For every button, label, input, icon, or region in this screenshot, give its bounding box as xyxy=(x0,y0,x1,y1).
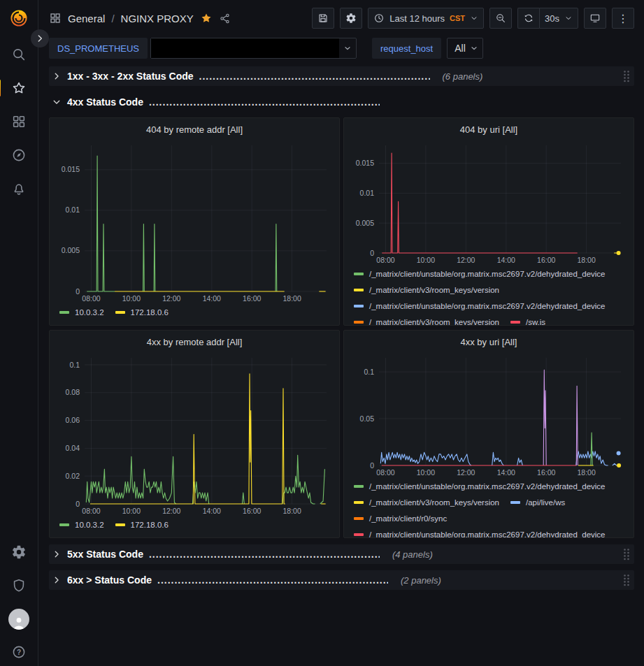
legend-item[interactable]: /_matrix/client/v3/room_keys/version xyxy=(354,286,499,294)
breadcrumb-separator: / xyxy=(111,13,114,24)
legend-swatch xyxy=(354,501,364,504)
row-drag-handle-icon[interactable] xyxy=(623,574,630,586)
svg-text:0.005: 0.005 xyxy=(62,246,80,254)
legend-item[interactable]: 10.0.3.2 xyxy=(59,308,104,317)
cycle-view-mode-button[interactable] xyxy=(584,8,606,29)
refresh-interval-dropdown[interactable]: 30s xyxy=(539,8,578,29)
legend-label: 10.0.3.2 xyxy=(75,308,104,317)
legend-swatch xyxy=(354,533,364,536)
time-picker-button[interactable]: Last 12 hours CST xyxy=(368,8,484,29)
row-title: 1xx - 3xx - 2xx Status Code xyxy=(67,71,194,82)
legend-item[interactable]: /_matrix/client/v3/room_keys/version xyxy=(354,498,499,507)
legend-row: /_matrix/client/v3/room_keys/version xyxy=(354,282,627,298)
svg-text:16:00: 16:00 xyxy=(537,256,555,264)
chart-canvas[interactable]: 08:0010:0012:0014:0016:0018:0000.020.040… xyxy=(57,352,332,516)
legend-label: 10.0.3.2 xyxy=(75,521,104,529)
legend-swatch xyxy=(115,523,125,526)
legend-item[interactable]: /_matrix/client/unstable/org.matrix.msc2… xyxy=(354,302,606,310)
favorite-star-icon[interactable] xyxy=(200,12,213,24)
svg-text:14:00: 14:00 xyxy=(497,468,515,477)
svg-text:0: 0 xyxy=(76,287,80,296)
chart-canvas[interactable]: 08:0010:0012:0014:0016:0018:0000.0050.01… xyxy=(351,140,627,266)
legend-row: /_matrix/client/unstable/org.matrix.msc2… xyxy=(354,478,627,494)
svg-text:12:00: 12:00 xyxy=(457,468,475,477)
sidebar-item-server-admin[interactable] xyxy=(5,572,33,600)
breadcrumb-section[interactable]: General xyxy=(68,13,105,24)
legend-label: /_matrix/client/v3/room_keys/version xyxy=(369,286,499,294)
datasource-value-redacted xyxy=(151,38,339,58)
svg-text:0.01: 0.01 xyxy=(66,205,80,214)
panel-title[interactable]: 404 by remote addr [All] xyxy=(57,123,332,140)
legend-item[interactable]: 10.0.3.2 xyxy=(59,521,104,529)
sidebar-item-starred[interactable] xyxy=(5,74,33,102)
legend-swatch xyxy=(354,289,364,291)
legend-item[interactable]: /_matrix/client/unstable/org.matrix.msc2… xyxy=(354,530,606,539)
sidebar-item-help[interactable]: ? xyxy=(5,638,33,666)
panel-title[interactable]: 4xx by remote addr [All] xyxy=(57,335,332,352)
row-drag-handle-icon[interactable] xyxy=(623,70,630,82)
legend-item[interactable]: /_matrix/client/unstable/org.matrix.msc2… xyxy=(354,482,606,491)
dashboard-settings-button[interactable] xyxy=(340,8,362,29)
row-header-4xx[interactable]: 4xx Status Code ........................… xyxy=(49,92,634,112)
question-circle-icon: ? xyxy=(11,644,27,660)
sidebar-item-alerting[interactable] xyxy=(5,175,33,203)
request-host-select[interactable]: All xyxy=(447,38,483,59)
sidebar-item-profile[interactable] xyxy=(5,605,33,633)
chart-canvas[interactable]: 08:0010:0012:0014:0016:0018:0000.050.1 xyxy=(351,352,627,478)
legend-item[interactable]: 172.18.0.6 xyxy=(115,308,169,317)
person-icon xyxy=(11,614,27,630)
legend-item[interactable]: 172.18.0.6 xyxy=(115,521,169,529)
datasource-variable-label[interactable]: DS_PROMETHEUS xyxy=(49,38,148,59)
legend-item[interactable]: /sw.js xyxy=(510,318,545,326)
panel-title[interactable]: 4xx by uri [All] xyxy=(351,335,627,352)
share-icon[interactable] xyxy=(219,13,231,24)
svg-text:0.08: 0.08 xyxy=(66,388,80,396)
legend-item[interactable]: /api/live/ws xyxy=(510,498,565,507)
svg-text:0.015: 0.015 xyxy=(356,159,374,167)
svg-text:14:00: 14:00 xyxy=(497,256,515,264)
row-drag-handle-icon[interactable] xyxy=(623,548,630,560)
datasource-select[interactable] xyxy=(150,38,357,59)
legend-label: /api/live/ws xyxy=(526,498,565,507)
shield-icon xyxy=(11,578,27,593)
sidebar-item-dashboards[interactable] xyxy=(5,108,33,136)
apps-icon xyxy=(11,114,27,129)
save-icon xyxy=(317,13,329,24)
svg-text:0.05: 0.05 xyxy=(360,414,375,423)
row-header-1xx-3xx-2xx[interactable]: 1xx - 3xx - 2xx Status Code ............… xyxy=(49,66,634,86)
legend-swatch xyxy=(354,305,364,307)
panel-title[interactable]: 404 by uri [All] xyxy=(351,123,627,140)
timeseries-chart-404-remote-addr[interactable]: 08:0010:0012:0014:0016:0018:0000.0050.01… xyxy=(57,140,332,304)
svg-text:18:00: 18:00 xyxy=(577,468,595,477)
row-header-5xx[interactable]: 5xx Status Code ........................… xyxy=(49,544,634,564)
gear-icon xyxy=(345,13,357,24)
legend-swatch xyxy=(510,501,520,504)
sidebar-item-explore[interactable] xyxy=(5,141,33,169)
legend-row: 10.0.3.2172.18.0.6 xyxy=(59,516,332,533)
legend-item[interactable]: /_matrix/client/unstable/org.matrix.msc2… xyxy=(354,270,606,278)
chart-canvas[interactable]: 08:0010:0012:0014:0016:0018:0000.0050.01… xyxy=(57,140,332,304)
kebab-menu-button[interactable]: ⋮ xyxy=(612,8,634,29)
legend-label: /_matrix/client/v3/room_keys/version xyxy=(369,498,499,507)
panel-4xx-by-remote-addr: 4xx by remote addr [All] 08:0010:0012:00… xyxy=(49,330,340,538)
legend-row: /_matrix/client/v3/room_keys/version/sw.… xyxy=(354,314,627,326)
sidebar-item-configuration[interactable] xyxy=(5,538,33,566)
refresh-group: 30s xyxy=(517,8,578,29)
chart-legend: /_matrix/client/unstable/org.matrix.msc2… xyxy=(351,266,627,326)
legend-item[interactable]: /_matrix/client/v3/room_keys/version xyxy=(354,318,499,326)
zoom-out-time-button[interactable] xyxy=(489,8,512,29)
row-header-6xx[interactable]: 6xx > Status Code ......................… xyxy=(49,570,634,590)
timeseries-chart-4xx-uri[interactable]: 08:0010:0012:0014:0016:0018:0000.050.1 xyxy=(351,352,627,478)
timeseries-chart-404-uri[interactable]: 08:0010:0012:0014:0016:0018:0000.0050.01… xyxy=(351,140,627,266)
timeseries-chart-4xx-remote-addr[interactable]: 08:0010:0012:0014:0016:0018:0000.020.040… xyxy=(57,352,332,516)
refresh-button[interactable] xyxy=(517,8,539,29)
legend-label: 172.18.0.6 xyxy=(131,521,169,529)
chevron-down-icon xyxy=(470,14,478,22)
legend-item[interactable]: /_matrix/client/r0/sync xyxy=(354,514,447,523)
grafana-logo-icon[interactable] xyxy=(9,8,29,28)
sidebar-item-search[interactable] xyxy=(5,41,33,68)
bell-icon xyxy=(11,181,27,196)
save-dashboard-button[interactable] xyxy=(312,8,334,29)
request-host-variable-label[interactable]: request_host xyxy=(372,38,441,59)
sidebar-expand-button[interactable] xyxy=(31,29,49,48)
